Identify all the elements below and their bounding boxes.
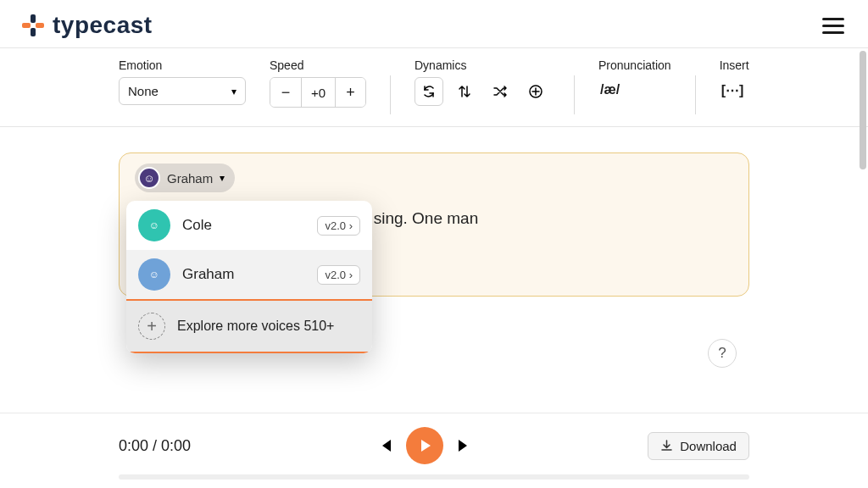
dynamics-add-button[interactable] <box>521 77 550 106</box>
insert-label: Insert <box>720 58 749 72</box>
voice-version-badge[interactable]: v2.0 › <box>317 265 360 285</box>
avatar-icon: ☺ <box>138 167 160 189</box>
dynamics-pitch-button[interactable] <box>450 77 479 106</box>
dynamics-label: Dynamics <box>415 58 550 72</box>
brand-name: typecast <box>53 12 153 39</box>
voice-picker-popover: ☺ Cole v2.0 › ☺ Graham v2.0 › + Explore … <box>126 201 372 353</box>
explore-voices-button[interactable]: + Explore more voices 510+ <box>126 301 372 352</box>
insert-button[interactable]: [⋯] <box>720 77 749 103</box>
divider <box>126 352 372 353</box>
menu-icon[interactable] <box>819 14 848 37</box>
brand-mark-icon <box>20 13 46 38</box>
toolbar-divider <box>574 75 575 114</box>
voice-version-badge[interactable]: v2.0 › <box>317 216 360 236</box>
speed-value: +0 <box>301 78 335 107</box>
speed-label: Speed <box>270 58 366 72</box>
player-bar: 0:00 / 0:00 Download <box>0 413 868 488</box>
avatar-icon: ☺ <box>138 209 170 241</box>
emotion-label: Emotion <box>119 58 246 72</box>
plus-circle-icon <box>528 84 543 99</box>
avatar-icon: ☺ <box>138 258 170 291</box>
dynamics-retake-button[interactable] <box>415 77 443 106</box>
voice-option-cole[interactable]: ☺ Cole v2.0 › <box>126 201 372 250</box>
toolbar-divider <box>390 75 391 114</box>
dynamics-shuffle-button[interactable] <box>486 77 515 106</box>
next-button[interactable] <box>455 436 474 455</box>
play-icon <box>416 437 433 454</box>
editor-toolbar: Emotion None ▾ Speed − +0 + Dynamics <box>0 47 868 127</box>
plus-icon: + <box>138 313 165 340</box>
download-icon <box>660 440 673 452</box>
playback-time: 0:00 / 0:00 <box>119 437 288 455</box>
prev-button[interactable] <box>376 436 394 455</box>
skip-next-icon <box>455 436 474 455</box>
voice-option-graham[interactable]: ☺ Graham v2.0 › <box>126 250 372 299</box>
download-button[interactable]: Download <box>648 432 749 460</box>
speed-increase-button[interactable]: + <box>335 78 365 107</box>
svg-rect-0 <box>31 14 36 23</box>
toolbar-divider <box>695 75 696 114</box>
speed-decrease-button[interactable]: − <box>270 78 301 107</box>
emotion-select[interactable]: None ▾ <box>119 77 246 105</box>
progress-bar[interactable] <box>119 474 749 480</box>
brand-logo[interactable]: typecast <box>20 12 153 39</box>
pronunciation-button[interactable]: /æ/ <box>598 77 671 103</box>
pronunciation-label: Pronunciation <box>598 58 671 72</box>
svg-rect-1 <box>31 28 36 36</box>
speed-stepper: − +0 + <box>270 77 366 108</box>
chevron-down-icon: ▾ <box>231 86 236 97</box>
skip-prev-icon <box>376 436 394 455</box>
retake-icon <box>421 84 437 99</box>
svg-rect-2 <box>22 23 31 28</box>
svg-rect-3 <box>36 23 44 28</box>
help-button[interactable]: ? <box>708 339 737 368</box>
character-chip[interactable]: ☺ Graham ▾ <box>135 164 235 192</box>
shuffle-icon <box>492 84 508 99</box>
voice-name: Graham <box>182 266 305 283</box>
chevron-down-icon: ▾ <box>220 172 225 184</box>
explore-label: Explore more voices 510+ <box>177 319 334 334</box>
emotion-value: None <box>128 84 159 98</box>
pitch-icon <box>457 84 472 99</box>
script-block[interactable]: ☺ Graham ▾ ever shines, and the birds ne… <box>119 152 749 297</box>
play-button[interactable] <box>406 427 443 464</box>
download-label: Download <box>680 439 737 453</box>
voice-name: Cole <box>182 217 305 234</box>
character-chip-name: Graham <box>167 171 213 186</box>
